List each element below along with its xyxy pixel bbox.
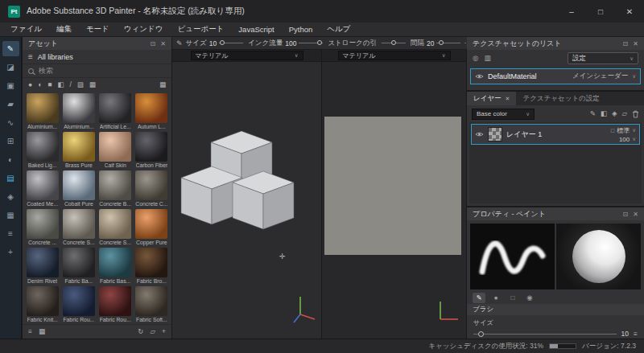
smudge-tool-icon[interactable]: ∿ bbox=[2, 115, 19, 130]
add-folder-icon[interactable]: ▱ bbox=[621, 110, 627, 117]
add-tool-icon[interactable]: + bbox=[2, 244, 19, 260]
eye-icon[interactable] bbox=[475, 131, 484, 138]
material-item[interactable]: Fabric Knit... bbox=[25, 286, 60, 323]
close-tab-icon[interactable]: ✕ bbox=[506, 96, 510, 102]
tab-layers[interactable]: レイヤー ✕ bbox=[467, 92, 516, 105]
navigation-gizmo-3d[interactable] bbox=[291, 290, 320, 327]
layer-row[interactable]: レイヤー 1 □ 標準 ∨ 100 ∨ bbox=[471, 124, 640, 145]
material-item[interactable]: Concrete C... bbox=[134, 170, 169, 207]
menu-item[interactable]: ファイル bbox=[3, 24, 49, 35]
material-item[interactable]: Autumn L... bbox=[134, 93, 169, 130]
blend-mode-dropdown[interactable]: 標準 bbox=[617, 126, 630, 135]
quick-mask-tool-icon[interactable]: ▤ bbox=[2, 170, 19, 186]
filter-brushes-icon[interactable]: / bbox=[69, 81, 71, 88]
texture-set-visibility-icon[interactable]: ◎ bbox=[473, 55, 478, 62]
float-panel-icon[interactable]: ⊡ bbox=[151, 40, 156, 47]
slider-handle[interactable] bbox=[317, 40, 322, 45]
material-item[interactable]: Artificial Le... bbox=[98, 93, 133, 130]
menu-item[interactable]: ヘルプ bbox=[320, 24, 357, 35]
close-button[interactable]: ✕ bbox=[615, 0, 644, 23]
brush-section-header[interactable]: ブラシ bbox=[467, 304, 644, 315]
filter-filters-icon[interactable]: ◧ bbox=[57, 81, 64, 88]
filter-materials-icon[interactable]: ● bbox=[28, 81, 32, 88]
delete-layer-icon[interactable] bbox=[632, 110, 639, 118]
material-item[interactable]: Fabric Bro... bbox=[134, 248, 169, 285]
float-panel-icon[interactable]: ⊡ bbox=[623, 40, 629, 47]
projection-tool-icon[interactable]: ▣ bbox=[2, 78, 19, 93]
close-panel-icon[interactable]: ✕ bbox=[633, 40, 638, 47]
slider-options-icon[interactable]: ≡ bbox=[634, 330, 638, 338]
opacity-dropdown[interactable]: 100 bbox=[619, 136, 630, 143]
navigation-gizmo-2d[interactable] bbox=[434, 292, 463, 327]
grid-tool-icon[interactable]: ▦ bbox=[2, 207, 19, 223]
material-picker-tool-icon[interactable]: ◐ bbox=[2, 152, 19, 167]
viewport-2d[interactable]: マテリアル ∨ bbox=[322, 50, 466, 339]
list-view-icon[interactable]: ≡ bbox=[28, 328, 32, 335]
add-mask-icon[interactable]: ✎ bbox=[590, 110, 596, 117]
slider[interactable] bbox=[299, 39, 323, 47]
tab-texture-set-settings[interactable]: テクスチャセットの設定 bbox=[516, 92, 605, 105]
menu-item[interactable]: モード bbox=[79, 24, 117, 35]
material-item[interactable]: Cobalt Pure bbox=[61, 170, 96, 207]
slider-handle[interactable] bbox=[439, 40, 444, 45]
refresh-assets-icon[interactable]: ↻ bbox=[138, 328, 143, 335]
material-item[interactable]: Coated Me... bbox=[25, 170, 60, 207]
viewport-3d[interactable]: マテリアル ∨ ✛ bbox=[172, 50, 321, 339]
menu-item[interactable]: JavaScript bbox=[231, 25, 281, 34]
material-item[interactable]: Concrete ... bbox=[25, 209, 60, 246]
material-tab-icon[interactable]: ◉ bbox=[523, 293, 536, 303]
material-item[interactable]: Concrete B... bbox=[98, 170, 133, 207]
add-fill-layer-icon[interactable]: ◧ bbox=[601, 110, 607, 117]
texture-set-row[interactable]: DefaultMaterial メインシェーダー ∨ bbox=[470, 68, 641, 84]
settings-dropdown[interactable]: 設定 ∨ bbox=[568, 52, 638, 64]
display-mode-dropdown-2d[interactable]: マテリアル ∨ bbox=[338, 51, 451, 60]
grid-view-icon[interactable]: ▦ bbox=[159, 81, 166, 88]
thumbnail-view-icon[interactable]: ▦ bbox=[39, 328, 45, 335]
material-item[interactable]: Fabric Rou... bbox=[61, 286, 96, 323]
menu-item[interactable]: ウィンドウ bbox=[117, 24, 171, 35]
polygon-fill-tool-icon[interactable]: ▰ bbox=[2, 96, 19, 112]
material-item[interactable]: Fabric Rou... bbox=[98, 286, 133, 323]
slider-handle[interactable] bbox=[391, 40, 396, 45]
material-item[interactable]: Brass Pure bbox=[61, 132, 96, 169]
display-mode-dropdown-3d[interactable]: マテリアル ∨ bbox=[191, 51, 303, 60]
material-item[interactable]: Aluminium... bbox=[25, 93, 60, 130]
material-item[interactable]: Copper Pure bbox=[134, 209, 169, 246]
brush-icon[interactable]: ✎ bbox=[176, 39, 183, 47]
material-item[interactable]: Baked Lig... bbox=[25, 132, 60, 169]
material-item[interactable]: Fabric Bas... bbox=[98, 248, 133, 285]
material-item[interactable]: Denim Rivet bbox=[25, 248, 60, 285]
add-smart-material-icon[interactable]: ◈ bbox=[612, 110, 617, 117]
library-selector[interactable]: ≡ All libraries bbox=[23, 50, 171, 64]
material-item[interactable]: Fabric Ba... bbox=[61, 248, 96, 285]
slider[interactable] bbox=[382, 39, 406, 47]
slider-handle[interactable] bbox=[478, 331, 484, 337]
material-item[interactable]: Fabric Soft... bbox=[134, 286, 169, 323]
slider-handle[interactable] bbox=[220, 40, 225, 45]
channel-dropdown[interactable]: Base color ∨ bbox=[472, 109, 535, 120]
import-resources-icon[interactable]: ▱ bbox=[150, 328, 155, 335]
material-item[interactable]: Concrete S... bbox=[98, 209, 133, 246]
close-panel-icon[interactable]: ✕ bbox=[160, 40, 166, 47]
filter-alphas-icon[interactable]: ▨ bbox=[77, 81, 84, 88]
slider[interactable] bbox=[219, 39, 243, 47]
menu-item[interactable]: 編集 bbox=[49, 24, 79, 35]
filter-textures-icon[interactable]: ▦ bbox=[89, 81, 96, 88]
size-slider[interactable] bbox=[473, 330, 617, 338]
stencil-tab-icon[interactable]: □ bbox=[506, 293, 519, 303]
maximize-button[interactable]: □ bbox=[586, 0, 615, 23]
material-item[interactable]: Aluminium... bbox=[61, 93, 96, 130]
material-item[interactable]: Concrete S... bbox=[61, 209, 96, 246]
menu-item[interactable]: ビューポート bbox=[170, 24, 231, 35]
view-settings-tool-icon[interactable]: ≡ bbox=[2, 226, 19, 241]
alpha-tab-icon[interactable]: ● bbox=[489, 293, 502, 303]
brush-tab-icon[interactable]: ✎ bbox=[473, 293, 485, 303]
paint-tool-icon[interactable]: ✎ bbox=[2, 41, 19, 56]
float-panel-icon[interactable]: ⊡ bbox=[623, 211, 629, 218]
slider[interactable] bbox=[436, 39, 460, 47]
material-item[interactable]: Carbon Fiber bbox=[134, 132, 169, 169]
symmetry-tool-icon[interactable]: ◈ bbox=[2, 189, 19, 204]
minimize-button[interactable]: – bbox=[557, 0, 586, 23]
add-resource-icon[interactable]: + bbox=[162, 328, 166, 335]
search-input[interactable] bbox=[39, 67, 166, 75]
